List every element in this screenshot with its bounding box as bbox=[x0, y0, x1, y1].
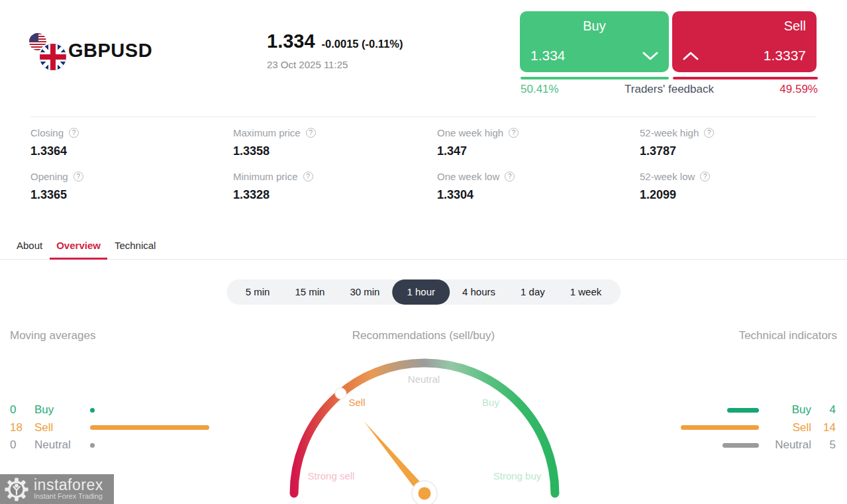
help-icon[interactable]: ? bbox=[303, 172, 313, 181]
neutral-label: Neutral bbox=[759, 438, 811, 452]
chevron-up-icon[interactable] bbox=[683, 52, 699, 60]
legend-row-sell: Sell 14 bbox=[670, 419, 836, 437]
stat-one-week-low: One week low? 1.3304 bbox=[437, 171, 515, 202]
sell-count: 18 bbox=[10, 421, 34, 434]
stat-value: 1.3358 bbox=[233, 144, 316, 158]
timeframe-1hour[interactable]: 1 hour bbox=[392, 279, 450, 305]
gauge-label-strong-buy: Strong buy bbox=[477, 470, 557, 481]
timeframe-5min[interactable]: 5 min bbox=[233, 279, 283, 305]
stat-value: 1.3365 bbox=[30, 188, 83, 202]
timeframe-15min[interactable]: 15 min bbox=[282, 279, 337, 305]
gbp-flag-icon bbox=[38, 42, 68, 72]
buy-count: 0 bbox=[10, 403, 34, 417]
help-icon[interactable]: ? bbox=[69, 128, 79, 138]
recommendation-gauge: Neutral Sell Buy Strong sell Strong buy bbox=[278, 353, 571, 504]
help-icon[interactable]: ? bbox=[74, 172, 83, 181]
timeframe-30min[interactable]: 30 min bbox=[337, 279, 392, 305]
sell-bar bbox=[90, 425, 209, 430]
stat-label: 52-week high bbox=[640, 127, 699, 138]
timeframe-selector: 5 min 15 min 30 min 1 hour 4 hours 1 day… bbox=[226, 279, 621, 305]
technical-indicators-legend: Buy 4 Sell 14 Neutral 5 bbox=[670, 401, 836, 454]
stat-value: 1.347 bbox=[437, 144, 519, 158]
sell-label: Sell bbox=[759, 421, 811, 434]
help-icon[interactable]: ? bbox=[509, 128, 519, 138]
help-icon[interactable]: ? bbox=[306, 128, 316, 138]
stat-one-week-high: One week high? 1.347 bbox=[437, 127, 519, 158]
timeframe-4hours[interactable]: 4 hours bbox=[450, 279, 508, 305]
buy-button-label: Buy bbox=[530, 19, 658, 34]
stat-value: 1.3364 bbox=[30, 144, 79, 158]
legend-row-sell: 18 Sell bbox=[10, 419, 211, 437]
legend-row-neutral: 0 Neutral bbox=[10, 436, 211, 454]
gauge-label-buy: Buy bbox=[471, 397, 511, 408]
feedback-bar-sell bbox=[673, 77, 818, 79]
sell-button-label: Sell bbox=[683, 19, 806, 34]
buy-button[interactable]: Buy 1.334 bbox=[520, 11, 669, 72]
stat-label: One week high bbox=[437, 127, 503, 138]
tab-about[interactable]: About bbox=[17, 240, 42, 259]
stat-label: Maximum price bbox=[233, 127, 301, 138]
tab-bar: About Overview Technical bbox=[0, 236, 847, 260]
gear-person-icon bbox=[4, 477, 29, 502]
stat-52-week-high: 52-week high? 1.3787 bbox=[640, 127, 714, 158]
price-block: 1.334 -0.0015 (-0.11%) bbox=[267, 30, 403, 52]
buy-label: Buy bbox=[759, 403, 811, 417]
stat-52-week-low: 52-week low? 1.2099 bbox=[640, 171, 710, 202]
stat-label: 52-week low bbox=[640, 171, 695, 182]
page-title: GBPUSD bbox=[68, 40, 152, 62]
sell-label: Sell bbox=[34, 421, 90, 434]
help-icon[interactable]: ? bbox=[704, 128, 714, 138]
price-change: -0.0015 (-0.11%) bbox=[322, 38, 403, 50]
last-price: 1.334 bbox=[267, 30, 315, 52]
neutral-count: 0 bbox=[10, 438, 34, 452]
neutral-bar bbox=[722, 443, 759, 448]
section-title-recommendations: Recommendations (sell/buy) bbox=[0, 329, 847, 342]
neutral-count: 5 bbox=[811, 438, 836, 452]
buy-percent: 50.41% bbox=[521, 83, 559, 96]
buy-label: Buy bbox=[34, 403, 90, 417]
section-title-technical-indicators: Technical indicators bbox=[739, 329, 837, 342]
sell-percent: 49.59% bbox=[779, 83, 818, 96]
sell-count: 14 bbox=[811, 421, 836, 434]
sell-button[interactable]: Sell 1.3337 bbox=[672, 11, 817, 72]
gauge-label-neutral: Neutral bbox=[384, 374, 464, 385]
neutral-label: Neutral bbox=[34, 438, 90, 452]
gauge-label-sell: Sell bbox=[337, 397, 377, 408]
stat-value: 1.3328 bbox=[233, 188, 313, 202]
gauge-label-strong-sell: Strong sell bbox=[291, 470, 371, 481]
stat-maximum-price: Maximum price? 1.3358 bbox=[233, 127, 316, 158]
stat-label: One week low bbox=[437, 171, 499, 182]
feedback-label: Traders' feedback bbox=[624, 83, 714, 96]
buy-bar bbox=[727, 408, 759, 413]
stat-value: 1.3304 bbox=[437, 188, 515, 202]
stat-label: Minimum price bbox=[233, 171, 298, 182]
sell-bar bbox=[681, 425, 759, 430]
stat-value: 1.2099 bbox=[640, 188, 710, 202]
legend-row-buy: 0 Buy bbox=[10, 401, 211, 419]
stat-closing: Closing? 1.3364 bbox=[30, 127, 79, 158]
help-icon[interactable]: ? bbox=[505, 172, 515, 181]
stat-label: Closing bbox=[30, 127, 64, 138]
buy-count: 4 bbox=[811, 403, 836, 417]
buy-bar bbox=[90, 408, 95, 413]
timeframe-1week[interactable]: 1 week bbox=[558, 279, 615, 305]
tab-technical[interactable]: Technical bbox=[115, 240, 156, 259]
stat-minimum-price: Minimum price? 1.3328 bbox=[233, 171, 313, 202]
help-icon[interactable]: ? bbox=[700, 172, 710, 181]
sell-price: 1.3337 bbox=[764, 48, 806, 64]
chevron-down-icon[interactable] bbox=[642, 52, 658, 60]
legend-row-neutral: Neutral 5 bbox=[670, 436, 836, 454]
instrument-page: GBPUSD 1.334 -0.0015 (-0.11%) 23 Oct 202… bbox=[0, 0, 847, 504]
stat-label: Opening bbox=[30, 171, 68, 182]
legend-row-buy: Buy 4 bbox=[670, 401, 836, 419]
timeframe-1day[interactable]: 1 day bbox=[508, 279, 558, 305]
traders-feedback: 50.41% Traders' feedback 49.59% bbox=[521, 83, 818, 96]
tab-overview[interactable]: Overview bbox=[56, 240, 101, 259]
neutral-bar bbox=[90, 443, 95, 448]
stat-value: 1.3787 bbox=[640, 144, 714, 158]
quote-timestamp: 23 Oct 2025 11:25 bbox=[267, 59, 348, 70]
currency-pair-flags bbox=[29, 33, 68, 72]
moving-averages-legend: 0 Buy 18 Sell 0 Neutral bbox=[10, 401, 211, 454]
feedback-bar-buy bbox=[521, 77, 669, 79]
divider bbox=[30, 117, 817, 117]
